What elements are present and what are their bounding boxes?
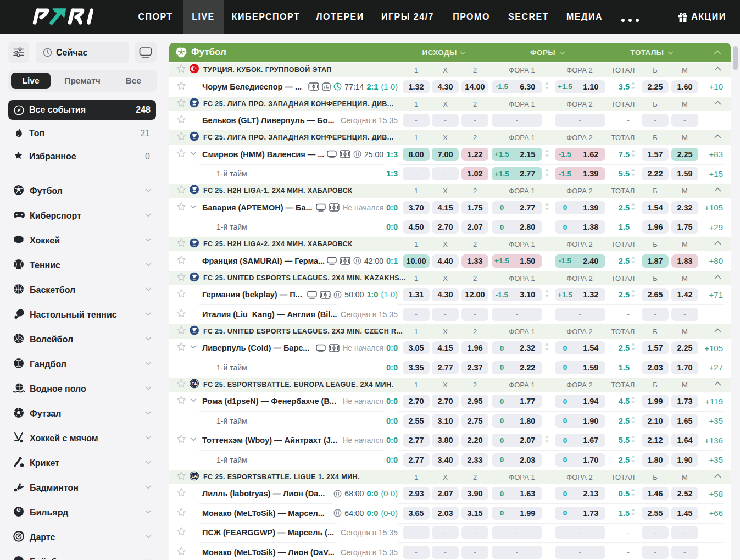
svg-text:EA: EA	[192, 381, 197, 385]
svg-text:8: 8	[18, 508, 20, 512]
svg-text:EA: EA	[192, 474, 197, 478]
